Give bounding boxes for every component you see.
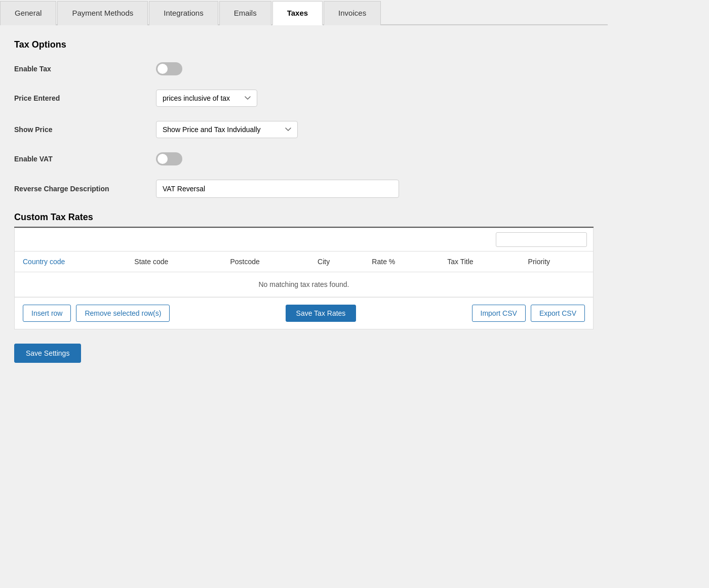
tax-table-head: Country code State code Postcode City Ra… xyxy=(15,251,593,272)
tax-table-empty-message: No matching tax rates found. xyxy=(15,272,593,297)
import-csv-button[interactable]: Import CSV xyxy=(472,305,526,322)
table-search-input[interactable] xyxy=(496,232,587,247)
insert-row-button[interactable]: Insert row xyxy=(23,305,71,322)
enable-vat-slider xyxy=(156,152,182,165)
table-toolbar xyxy=(15,228,593,251)
tab-integrations[interactable]: Integrations xyxy=(149,1,218,25)
col-tax-title: Tax Title xyxy=(439,251,520,272)
tax-table-empty-row: No matching tax rates found. xyxy=(15,272,593,297)
reverse-charge-row: Reverse Charge Description xyxy=(14,180,594,198)
price-entered-select[interactable]: prices inclusive of tax prices exclusive… xyxy=(156,90,257,107)
col-city: City xyxy=(309,251,364,272)
col-postcode: Postcode xyxy=(222,251,309,272)
tab-emails[interactable]: Emails xyxy=(219,1,271,25)
save-tax-rates-button[interactable]: Save Tax Rates xyxy=(286,305,357,322)
show-price-select[interactable]: Show Price and Tax Indvidually Show Pric… xyxy=(156,121,298,138)
enable-vat-label: Enable VAT xyxy=(14,155,156,163)
reverse-charge-input[interactable] xyxy=(156,180,399,198)
enable-tax-slider xyxy=(156,62,182,75)
price-entered-label: Price Entered xyxy=(14,94,156,102)
enable-tax-label: Enable Tax xyxy=(14,65,156,73)
tax-table-wrapper: Country code State code Postcode City Ra… xyxy=(14,228,594,329)
col-state-code: State code xyxy=(126,251,222,272)
custom-tax-rates-title: Custom Tax Rates xyxy=(14,212,594,223)
tabs-nav: General Payment Methods Integrations Ema… xyxy=(0,0,608,25)
enable-tax-control xyxy=(156,62,594,75)
custom-tax-rates-section: Custom Tax Rates Country code State code… xyxy=(14,212,594,329)
col-country-code[interactable]: Country code xyxy=(15,251,126,272)
col-rate: Rate % xyxy=(364,251,439,272)
price-entered-row: Price Entered prices inclusive of tax pr… xyxy=(14,90,594,107)
enable-vat-row: Enable VAT xyxy=(14,152,594,165)
tax-table: Country code State code Postcode City Ra… xyxy=(15,251,593,297)
tax-table-header-row: Country code State code Postcode City Ra… xyxy=(15,251,593,272)
enable-tax-row: Enable Tax xyxy=(14,62,594,75)
tax-options-section: Tax Options Enable Tax Price Entered pri… xyxy=(14,39,594,198)
col-priority: Priority xyxy=(520,251,593,272)
save-settings-section: Save Settings xyxy=(14,344,594,363)
remove-selected-button[interactable]: Remove selected row(s) xyxy=(76,305,170,322)
price-entered-control: prices inclusive of tax prices exclusive… xyxy=(156,90,594,107)
show-price-control: Show Price and Tax Indvidually Show Pric… xyxy=(156,121,594,138)
reverse-charge-control xyxy=(156,180,594,198)
tab-invoices[interactable]: Invoices xyxy=(324,1,381,25)
show-price-row: Show Price Show Price and Tax Indviduall… xyxy=(14,121,594,138)
main-content: Tax Options Enable Tax Price Entered pri… xyxy=(0,25,608,383)
tab-taxes[interactable]: Taxes xyxy=(272,1,323,25)
tax-options-title: Tax Options xyxy=(14,39,594,50)
export-csv-button[interactable]: Export CSV xyxy=(531,305,585,322)
tab-general[interactable]: General xyxy=(0,1,56,25)
tax-table-body: No matching tax rates found. xyxy=(15,272,593,297)
enable-vat-toggle[interactable] xyxy=(156,152,182,165)
reverse-charge-label: Reverse Charge Description xyxy=(14,185,156,193)
enable-tax-toggle[interactable] xyxy=(156,62,182,75)
table-actions: Insert row Remove selected row(s) Save T… xyxy=(15,297,593,329)
tab-payment-methods[interactable]: Payment Methods xyxy=(57,1,148,25)
show-price-label: Show Price xyxy=(14,125,156,134)
save-settings-button[interactable]: Save Settings xyxy=(14,344,81,363)
enable-vat-control xyxy=(156,152,594,165)
